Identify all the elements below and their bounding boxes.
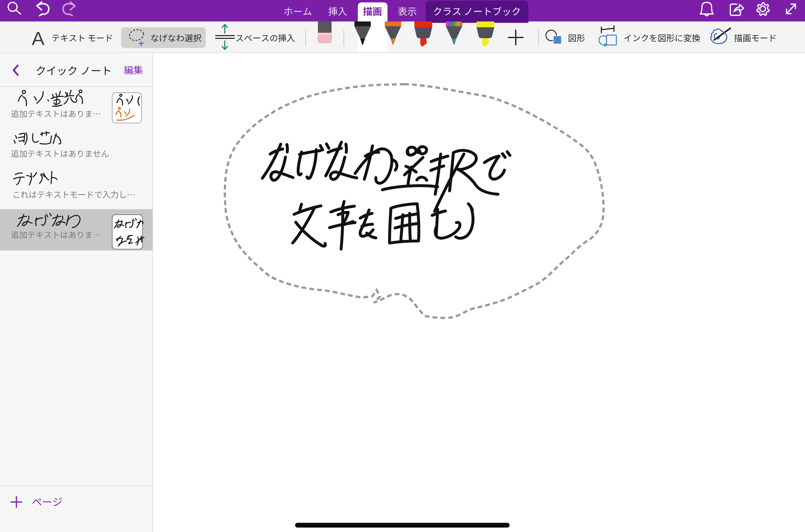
svg-text:A: A <box>32 28 45 49</box>
